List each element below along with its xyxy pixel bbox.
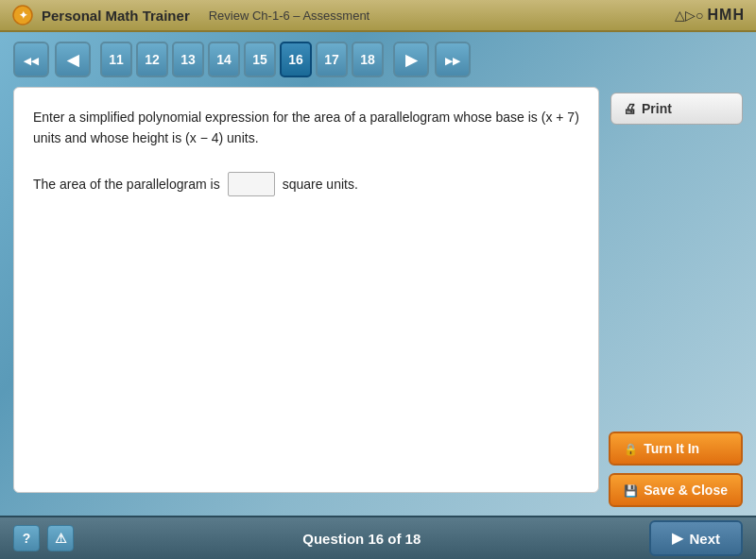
answer-input[interactable] [228, 172, 275, 196]
save-icon [624, 483, 638, 498]
page-button-12[interactable]: 12 [136, 42, 168, 77]
app-title: Personal Math Trainer [42, 8, 190, 24]
review-subtitle: Review Ch-1-6 – Assessment [209, 8, 370, 23]
next-button[interactable]: ▶ Next [649, 520, 743, 556]
save-close-label: Save & Close [644, 483, 728, 498]
double-left-arrow-icon [24, 51, 39, 68]
navigation-bar: 11 12 13 14 15 16 17 18 [0, 32, 756, 87]
footer-bar: Question 16 of 18 ▶ Next [0, 516, 756, 559]
answer-row: The area of the parallelogram is square … [33, 172, 579, 196]
header-left: ✦ Personal Math Trainer Review Ch-1-6 – … [11, 4, 369, 26]
right-arrow-icon [405, 51, 417, 69]
page-button-11[interactable]: 11 [100, 42, 132, 77]
turn-in-icon [624, 441, 638, 456]
answer-prefix-text: The area of the parallelogram is [33, 177, 220, 192]
save-close-button[interactable]: Save & Close [609, 473, 743, 507]
turn-in-label: Turn It In [644, 441, 699, 456]
help-button[interactable] [13, 525, 40, 551]
warning-button[interactable] [47, 525, 74, 551]
page-button-13[interactable]: 13 [172, 42, 204, 77]
next-label: Next [689, 531, 720, 547]
footer-right: ▶ Next [649, 520, 743, 556]
question-text: Enter a simplified polynomial expression… [33, 107, 579, 149]
hmh-logo: HMH [708, 7, 745, 24]
answer-suffix-text: square units. [283, 177, 358, 192]
print-label: Print [642, 101, 672, 116]
turn-it-in-button[interactable]: Turn It In [609, 432, 743, 466]
action-buttons: Turn It In Save & Close [609, 432, 743, 507]
printer-icon [623, 101, 636, 116]
app-header: ✦ Personal Math Trainer Review Ch-1-6 – … [0, 0, 756, 32]
next-arrow-icon: ▶ [672, 530, 683, 547]
app-logo-icon: ✦ [11, 4, 34, 26]
svg-text:✦: ✦ [19, 9, 27, 21]
page-button-14[interactable]: 14 [208, 42, 240, 77]
page-button-15[interactable]: 15 [244, 42, 276, 77]
double-right-arrow-icon [445, 51, 460, 68]
print-button[interactable]: Print [610, 93, 743, 125]
question-mark-icon [23, 531, 31, 546]
prev-page-button[interactable] [55, 42, 91, 77]
page-button-16[interactable]: 16 [280, 42, 312, 77]
next-page-button[interactable] [393, 42, 429, 77]
last-page-button[interactable] [435, 42, 471, 77]
question-status: Question 16 of 18 [302, 531, 421, 547]
left-arrow-icon [67, 51, 78, 69]
question-panel: Enter a simplified polynomial expression… [13, 87, 599, 493]
hmh-shapes-icon: △▷○ [675, 8, 703, 23]
question-status-text: Question 16 of 18 [302, 531, 421, 547]
warning-icon [55, 531, 67, 546]
page-number-buttons: 11 12 13 14 15 16 17 18 [100, 42, 384, 77]
footer-left-buttons [13, 525, 74, 551]
page-button-18[interactable]: 18 [352, 42, 384, 77]
page-button-17[interactable]: 17 [316, 42, 348, 77]
first-page-button[interactable] [13, 42, 49, 77]
header-right: △▷○ HMH [675, 7, 745, 24]
